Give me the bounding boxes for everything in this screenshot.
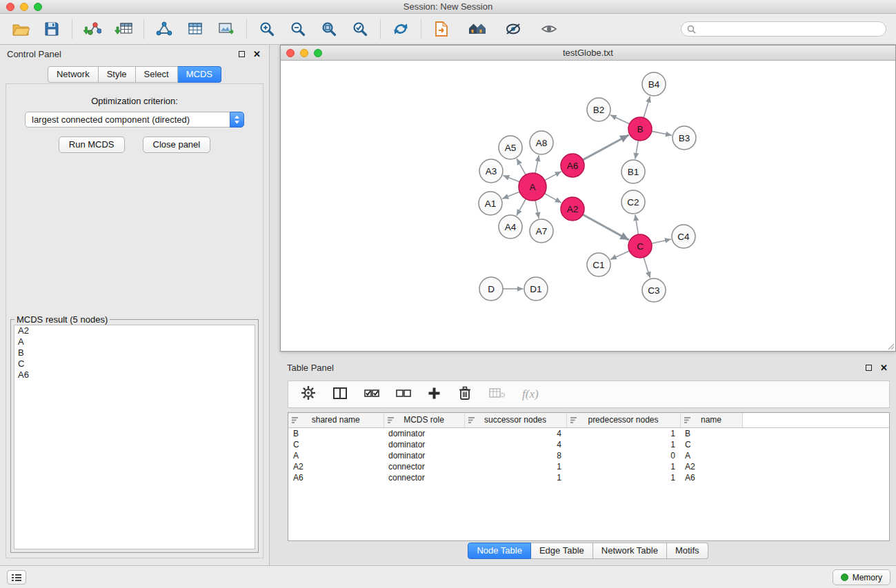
zoom-out-button[interactable] bbox=[287, 18, 309, 40]
minimize-network-window-button[interactable] bbox=[300, 49, 308, 57]
show-hide-button[interactable] bbox=[538, 18, 560, 40]
graph-edge-A6-B[interactable] bbox=[583, 135, 629, 160]
graph-node-B4[interactable]: B4 bbox=[642, 72, 666, 96]
close-panel-button[interactable]: Close panel bbox=[143, 136, 211, 153]
column-header-shared-name[interactable]: shared name bbox=[288, 413, 384, 427]
visual-inspect-button[interactable] bbox=[502, 18, 524, 40]
graph-node-A7[interactable]: A7 bbox=[530, 219, 553, 243]
table-row[interactable]: Bdominator41B bbox=[288, 427, 889, 439]
export-document-button[interactable] bbox=[430, 18, 452, 40]
network-canvas[interactable]: B4B2BB3A8A5A6B1A3AC2A1A2A4A7CC4C1C3DD1 bbox=[281, 61, 895, 351]
graph-node-A8[interactable]: A8 bbox=[530, 131, 553, 154]
graph-node-A[interactable]: A bbox=[519, 173, 546, 201]
result-item[interactable]: C bbox=[14, 358, 255, 369]
overview-button[interactable] bbox=[466, 18, 488, 40]
graph-node-A3[interactable]: A3 bbox=[479, 159, 503, 183]
graph-node-C4[interactable]: C4 bbox=[672, 225, 695, 248]
graph-edge-B-B2[interactable] bbox=[610, 115, 630, 124]
graph-node-B[interactable]: B bbox=[628, 117, 652, 141]
run-mcds-button[interactable]: Run MCDS bbox=[59, 136, 125, 153]
tab-network-table[interactable]: Network Table bbox=[593, 543, 667, 559]
graph-node-B3[interactable]: B3 bbox=[673, 126, 696, 150]
function-builder-button[interactable]: f(x) bbox=[522, 387, 539, 401]
tab-select[interactable]: Select bbox=[136, 66, 178, 83]
graph-edge-C-C1[interactable] bbox=[610, 251, 630, 259]
tab-mcds[interactable]: MCDS bbox=[178, 66, 221, 83]
close-window-button[interactable] bbox=[6, 3, 14, 11]
tab-node-table[interactable]: Node Table bbox=[468, 543, 531, 559]
graph-node-A6[interactable]: A6 bbox=[561, 154, 584, 177]
select-all-columns-button[interactable] bbox=[364, 387, 379, 402]
close-table-panel-icon[interactable]: ✕ bbox=[880, 363, 888, 372]
delete-table-button[interactable] bbox=[489, 387, 506, 402]
criterion-dropdown[interactable]: largest connected component (directed) bbox=[25, 112, 244, 128]
graph-edge-A-A1[interactable] bbox=[502, 192, 519, 199]
table-settings-button[interactable] bbox=[301, 385, 316, 403]
graph-edge-C-C2[interactable] bbox=[635, 214, 639, 234]
graph-edge-A-A5[interactable] bbox=[517, 159, 526, 175]
column-header-predecessor-nodes[interactable]: predecessor nodes bbox=[566, 413, 680, 427]
graph-node-C[interactable]: C bbox=[628, 234, 652, 258]
graph-node-C3[interactable]: C3 bbox=[642, 278, 666, 302]
tab-edge-table[interactable]: Edge Table bbox=[531, 543, 593, 559]
graph-edge-A2-C[interactable] bbox=[583, 214, 629, 240]
table-row[interactable]: A6connector11A6 bbox=[288, 472, 889, 483]
graph-edge-A-A2[interactable] bbox=[545, 194, 561, 203]
table-row[interactable]: Cdominator41C bbox=[288, 439, 889, 450]
refresh-view-button[interactable] bbox=[390, 18, 412, 40]
float-table-panel-icon[interactable] bbox=[866, 365, 872, 371]
import-table-button[interactable] bbox=[112, 18, 135, 40]
result-item[interactable]: A2 bbox=[14, 325, 255, 336]
graph-edge-B-B3[interactable] bbox=[652, 131, 672, 135]
float-panel-icon[interactable] bbox=[239, 51, 245, 57]
memory-button[interactable]: Memory bbox=[833, 569, 890, 585]
graph-edge-A-A8[interactable] bbox=[535, 155, 539, 173]
graph-edge-B-B1[interactable] bbox=[635, 141, 638, 159]
search-input[interactable] bbox=[699, 24, 880, 34]
export-image-button[interactable] bbox=[215, 18, 237, 40]
close-panel-icon[interactable]: ✕ bbox=[253, 50, 261, 59]
graph-node-C1[interactable]: C1 bbox=[587, 253, 610, 276]
show-columns-button[interactable] bbox=[332, 386, 348, 403]
graph-node-D[interactable]: D bbox=[479, 277, 503, 301]
result-item[interactable]: A6 bbox=[14, 369, 255, 381]
graph-node-B1[interactable]: B1 bbox=[621, 160, 645, 183]
import-network-button[interactable] bbox=[81, 18, 103, 40]
graph-edge-B-B4[interactable] bbox=[644, 97, 650, 118]
graph-node-C2[interactable]: C2 bbox=[621, 190, 645, 214]
minimize-window-button[interactable] bbox=[20, 3, 28, 11]
zoom-network-window-button[interactable] bbox=[314, 49, 322, 57]
graph-node-D1[interactable]: D1 bbox=[524, 277, 548, 301]
tab-network[interactable]: Network bbox=[48, 66, 99, 83]
column-header-mcds-role[interactable]: MCDS role bbox=[384, 413, 464, 427]
graph-edge-C-C4[interactable] bbox=[652, 239, 671, 243]
task-history-button[interactable] bbox=[7, 570, 26, 585]
graph-edge-A-A6[interactable] bbox=[545, 172, 561, 181]
column-header-successor-nodes[interactable]: successor nodes bbox=[464, 413, 566, 427]
resize-grip-icon[interactable] bbox=[886, 342, 895, 350]
table-row[interactable]: Adominator80A bbox=[288, 450, 889, 461]
deselect-all-columns-button[interactable] bbox=[396, 387, 411, 402]
tab-motifs[interactable]: Motifs bbox=[667, 543, 708, 559]
table-row[interactable]: A2connector11A2 bbox=[288, 461, 889, 472]
graph-node-B2[interactable]: B2 bbox=[587, 98, 610, 121]
zoom-selected-button[interactable] bbox=[349, 18, 371, 40]
network-tools-button[interactable] bbox=[153, 18, 175, 40]
graph-node-A4[interactable]: A4 bbox=[499, 215, 522, 239]
graph-node-A1[interactable]: A1 bbox=[479, 192, 502, 215]
graph-edge-A-A7[interactable] bbox=[535, 201, 539, 219]
zoom-fit-button[interactable] bbox=[318, 18, 340, 40]
column-header-name[interactable]: name bbox=[680, 413, 742, 427]
graph-edge-A-A3[interactable] bbox=[503, 176, 519, 182]
graph-node-A5[interactable]: A5 bbox=[499, 136, 522, 159]
result-item[interactable]: A bbox=[14, 336, 255, 347]
tab-style[interactable]: Style bbox=[99, 66, 136, 83]
open-session-button[interactable] bbox=[10, 18, 32, 40]
result-item[interactable]: B bbox=[14, 347, 255, 358]
zoom-in-button[interactable] bbox=[256, 18, 278, 40]
delete-column-button[interactable] bbox=[457, 385, 472, 403]
graph-node-A2[interactable]: A2 bbox=[561, 197, 584, 221]
graph-edge-A-A4[interactable] bbox=[517, 199, 526, 216]
fullscreen-window-button[interactable] bbox=[34, 3, 42, 11]
graph-edge-C-C3[interactable] bbox=[644, 257, 650, 278]
